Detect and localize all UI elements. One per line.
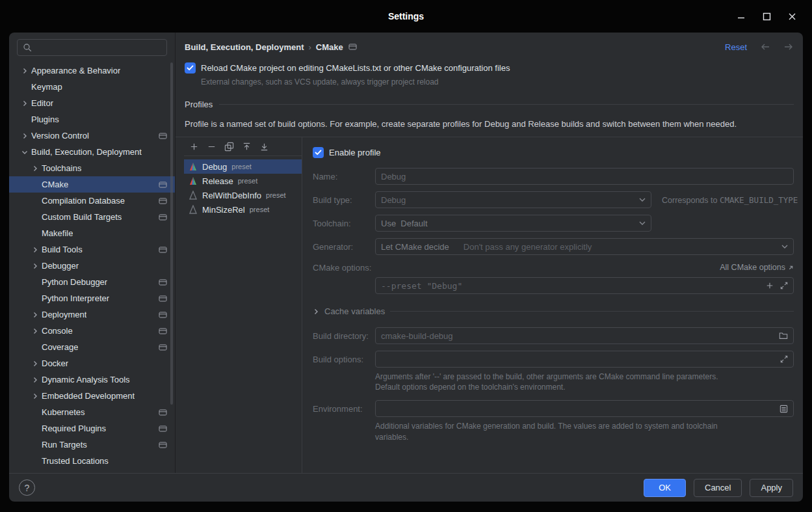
profile-preset-badge: preset [250, 206, 270, 213]
forward-arrow-icon[interactable] [783, 42, 794, 51]
sidebar-item-custom-build-targets[interactable]: Custom Build Targets [9, 209, 175, 225]
profile-item-relwithdebinfo[interactable]: RelWithDebInfopreset [184, 188, 302, 202]
reload-cmake-checkbox[interactable] [185, 62, 196, 74]
maximize-icon[interactable] [763, 12, 771, 21]
cmake-profile-icon [189, 191, 198, 200]
all-cmake-options-link[interactable]: All CMake options [720, 263, 794, 272]
per-project-settings-icon [159, 278, 167, 286]
profile-form: Enable profile Name: Debug Build type: D… [302, 137, 803, 473]
chevron-collapsed-icon[interactable] [20, 131, 30, 141]
chevron-expanded-icon[interactable] [20, 147, 30, 157]
sidebar-item-trusted-locations[interactable]: Trusted Locations [9, 453, 175, 469]
build-directory-input[interactable]: cmake-build-debug [375, 327, 794, 344]
build-options-label: Build options: [313, 355, 375, 364]
sidebar-item-deployment[interactable]: Deployment [9, 306, 175, 323]
profiles-description: Profile is a named set of build options.… [185, 119, 794, 129]
chevron-collapsed-icon[interactable] [30, 261, 40, 271]
profile-item-minsizerel[interactable]: MinSizeRelpreset [184, 202, 302, 217]
sidebar-item-python-interpreter[interactable]: Python Interpreter [9, 290, 175, 306]
generator-select[interactable]: Let CMake decide Don't pass any generato… [375, 238, 794, 255]
cmake-options-input[interactable]: --preset "Debug" [375, 277, 794, 294]
titlebar[interactable]: Settings [0, 0, 812, 33]
profile-preset-badge: preset [238, 177, 258, 185]
chevron-collapsed-icon[interactable] [20, 98, 30, 109]
search-icon [23, 43, 32, 52]
sidebar-item-toolchains[interactable]: Toolchains [9, 160, 175, 176]
sidebar-item-dynamic-analysis-tools[interactable]: Dynamic Analysis Tools [9, 371, 175, 388]
sidebar-item-run-targets[interactable]: Run Targets [9, 437, 175, 453]
sidebar-item-coverage[interactable]: Coverage [9, 339, 175, 355]
sidebar-item-appearance-behavior[interactable]: Appearance & Behavior [9, 62, 175, 79]
reload-cmake-hint: External changes, such as VCS update, al… [176, 77, 803, 87]
sidebar-item-required-plugins[interactable]: Required Plugins [9, 420, 175, 437]
move-up-icon[interactable] [239, 139, 254, 154]
sidebar-scrollbar[interactable] [170, 62, 173, 405]
sidebar-item-label: Python Debugger [42, 277, 107, 287]
chevron-collapsed-icon [313, 308, 319, 315]
minimize-icon[interactable] [737, 12, 746, 21]
sidebar-item-kubernetes[interactable]: Kubernetes [9, 404, 175, 420]
folder-icon[interactable] [779, 332, 788, 340]
sidebar-item-build-execution-deployment[interactable]: Build, Execution, Deployment [9, 144, 175, 160]
per-project-settings-icon [159, 295, 167, 303]
sidebar-item-build-tools[interactable]: Build Tools [9, 241, 175, 258]
sidebar-item-console[interactable]: Console [9, 323, 175, 339]
copy-icon[interactable] [222, 139, 236, 154]
build-type-label: Build type: [313, 195, 375, 205]
chevron-collapsed-icon[interactable] [20, 66, 30, 76]
environment-input[interactable] [375, 400, 794, 417]
profile-name: Release [202, 176, 233, 186]
breadcrumb-parent[interactable]: Build, Execution, Deployment [185, 42, 304, 52]
close-icon[interactable] [788, 12, 796, 21]
profile-item-debug[interactable]: Debugpreset [184, 159, 302, 174]
chevron-collapsed-icon[interactable] [30, 375, 40, 385]
remove-icon[interactable] [204, 139, 218, 154]
sidebar-item-label: Console [42, 326, 73, 336]
build-directory-value: cmake-build-debug [381, 331, 772, 341]
chevron-collapsed-icon[interactable] [30, 310, 40, 320]
build-options-input[interactable] [375, 351, 794, 368]
expand-icon[interactable] [780, 355, 788, 363]
build-type-select[interactable]: Debug [375, 191, 651, 208]
name-input[interactable]: Debug [375, 168, 794, 185]
cache-variables-section[interactable]: Cache variables [313, 306, 794, 316]
enable-profile-row: Enable profile [313, 147, 794, 158]
sidebar-item-embedded-development[interactable]: Embedded Development [9, 388, 175, 404]
chevron-collapsed-icon[interactable] [30, 358, 40, 369]
chevron-collapsed-icon[interactable] [30, 326, 40, 336]
chevron-spacer [30, 277, 40, 288]
sidebar-item-python-debugger[interactable]: Python Debugger [9, 274, 175, 290]
reset-button[interactable]: Reset [725, 42, 747, 52]
expand-icon[interactable] [780, 282, 788, 290]
move-down-icon[interactable] [257, 139, 271, 154]
sidebar-item-version-control[interactable]: Version Control [9, 128, 175, 144]
chevron-spacer [30, 456, 40, 466]
settings-search-input[interactable] [17, 39, 167, 56]
chevron-collapsed-icon[interactable] [30, 391, 40, 401]
sidebar-item-editor[interactable]: Editor [9, 95, 175, 111]
add-icon[interactable] [187, 139, 201, 154]
ok-button[interactable]: OK [644, 479, 686, 497]
sidebar-item-label: Toolchains [42, 163, 81, 173]
back-arrow-icon[interactable] [760, 42, 770, 51]
sidebar-item-docker[interactable]: Docker [9, 355, 175, 371]
per-project-settings-icon [348, 43, 357, 51]
sidebar-item-makefile[interactable]: Makefile [9, 225, 175, 241]
profile-item-release[interactable]: Releasepreset [184, 174, 302, 188]
chevron-collapsed-icon[interactable] [30, 163, 40, 174]
add-icon[interactable] [766, 282, 774, 290]
sidebar-item-cmake[interactable]: CMake [9, 176, 175, 193]
enable-profile-checkbox[interactable] [313, 147, 324, 158]
per-project-settings-icon [159, 213, 167, 221]
sidebar-item-keymap[interactable]: Keymap [9, 79, 175, 95]
sidebar-item-label: Run Targets [42, 440, 87, 450]
toolchain-select[interactable]: Use Default [375, 215, 651, 232]
cancel-button[interactable]: Cancel [694, 479, 742, 497]
sidebar-item-debugger[interactable]: Debugger [9, 258, 175, 274]
sidebar-item-plugins[interactable]: Plugins [9, 111, 175, 128]
apply-button[interactable]: Apply [750, 479, 793, 497]
chevron-collapsed-icon[interactable] [30, 245, 40, 255]
browse-variables-icon[interactable] [779, 405, 788, 413]
help-button[interactable]: ? [19, 479, 35, 496]
sidebar-item-compilation-database[interactable]: Compilation Database [9, 193, 175, 209]
